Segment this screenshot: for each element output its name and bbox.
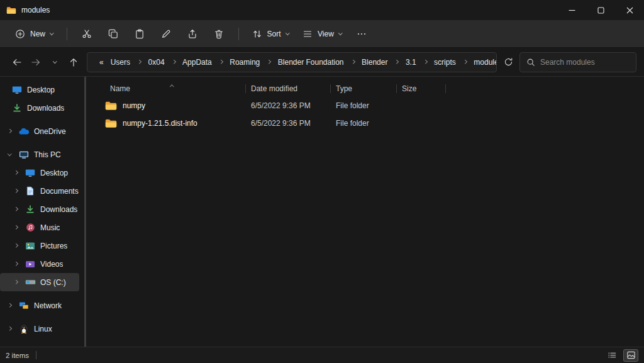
expand-chevron-icon[interactable] (11, 281, 20, 284)
breadcrumb-chevron-icon[interactable] (218, 60, 225, 64)
linux-penguin-icon (18, 324, 30, 334)
address-row: « Users 0x04 AppData Roaming Blender Fou… (0, 48, 644, 77)
file-list: Name Date modified Type Size numpy 6/5/2… (86, 77, 644, 347)
this-pc-icon (18, 150, 30, 160)
view-button[interactable]: View (296, 24, 348, 44)
sidebar-item-label: Downloads (40, 205, 77, 214)
chevron-down-icon (338, 31, 342, 35)
address-bar[interactable]: « Users 0x04 AppData Roaming Blender Fou… (87, 52, 497, 72)
folder-icon (105, 118, 117, 128)
expand-chevron-icon[interactable] (11, 244, 20, 247)
file-name-cell: numpy-1.21.5.dist-info (100, 118, 246, 128)
sort-button[interactable]: Sort (246, 24, 296, 44)
paste-button[interactable] (127, 24, 152, 44)
sidebar-item-linux[interactable]: Linux (0, 320, 84, 338)
body-area: Desktop Downloads OneDrive (0, 77, 644, 347)
breadcrumb-overflow[interactable]: « (98, 57, 105, 68)
maximize-button[interactable] (586, 0, 615, 20)
expand-chevron-icon[interactable] (5, 130, 14, 133)
column-header-date-modified[interactable]: Date modified (246, 81, 331, 97)
search-input[interactable] (540, 58, 630, 67)
breadcrumb-segment[interactable]: AppData (181, 57, 213, 68)
breadcrumb-chevron-icon[interactable] (350, 60, 357, 64)
sidebar-item-label: OneDrive (34, 127, 66, 136)
sidebar-item-label: Downloads (27, 104, 64, 113)
delete-button[interactable] (206, 24, 231, 44)
expand-chevron-icon[interactable] (11, 208, 20, 211)
forward-button[interactable] (26, 53, 45, 72)
arrow-up-icon (69, 57, 79, 67)
minimize-button[interactable] (557, 0, 586, 20)
minimize-icon (569, 7, 575, 14)
onedrive-cloud-icon (18, 128, 30, 135)
back-button[interactable] (8, 53, 26, 72)
breadcrumb-segment[interactable]: Blender Foundation (277, 57, 345, 68)
sidebar-item-this-pc[interactable]: This PC (0, 145, 84, 164)
breadcrumb-chevron-icon[interactable] (462, 60, 469, 64)
close-button[interactable] (615, 0, 644, 20)
up-button[interactable] (64, 53, 83, 72)
breadcrumb-chevron-icon[interactable] (422, 60, 429, 64)
breadcrumb-chevron-icon[interactable] (393, 60, 400, 64)
sidebar-item-onedrive[interactable]: OneDrive (0, 122, 84, 140)
rename-button[interactable] (153, 24, 179, 44)
sidebar-item-music[interactable]: Music (0, 218, 84, 237)
expand-chevron-icon[interactable] (11, 171, 20, 174)
window-controls (557, 0, 644, 20)
sidebar-item-documents[interactable]: Documents (0, 182, 84, 200)
column-header-name[interactable]: Name (100, 81, 246, 97)
ellipsis-icon (357, 29, 367, 39)
expand-chevron-icon[interactable] (11, 262, 20, 265)
copy-button[interactable] (101, 24, 126, 44)
breadcrumb-segment[interactable]: 3.1 (404, 57, 418, 68)
expand-chevron-icon[interactable] (5, 327, 14, 330)
sidebar-item-label: Network (34, 301, 62, 310)
breadcrumb-segment[interactable]: scripts (433, 57, 457, 68)
sidebar-item-desktop-pinned[interactable]: Desktop (0, 81, 84, 99)
sidebar-item-downloads-pinned[interactable]: Downloads (0, 99, 84, 117)
downloads-icon (11, 103, 23, 113)
cut-button[interactable] (74, 24, 99, 44)
collapse-chevron-icon[interactable] (5, 154, 14, 155)
more-options-button[interactable] (349, 24, 374, 44)
breadcrumb-chevron-icon[interactable] (170, 60, 177, 64)
breadcrumb-chevron-icon[interactable] (136, 60, 143, 64)
expand-chevron-icon[interactable] (5, 304, 14, 307)
recent-locations-button[interactable] (45, 53, 64, 72)
breadcrumb-segment[interactable]: Users (109, 57, 131, 68)
arrow-left-icon (12, 57, 22, 67)
expand-chevron-icon[interactable] (11, 189, 20, 193)
breadcrumb-segment[interactable]: 0x04 (147, 57, 166, 68)
file-row[interactable]: numpy-1.21.5.dist-info 6/5/2022 9:36 PM … (100, 114, 644, 132)
share-button[interactable] (180, 24, 205, 44)
sidebar-item-videos[interactable]: Videos (0, 255, 84, 273)
search-icon (526, 58, 535, 67)
thumbnails-view-button[interactable] (623, 349, 638, 362)
command-bar: New (0, 20, 644, 48)
refresh-button[interactable] (498, 53, 518, 72)
column-header-size[interactable]: Size (397, 81, 446, 97)
sidebar-item-pictures[interactable]: Pictures (0, 237, 84, 255)
new-button[interactable]: New (9, 24, 60, 44)
sidebar-item-label: Music (40, 223, 60, 232)
breadcrumb-segment[interactable]: Blender (360, 57, 389, 68)
expand-chevron-icon[interactable] (11, 226, 20, 229)
file-row[interactable]: numpy 6/5/2022 9:36 PM File folder (100, 97, 644, 114)
sidebar-item-network[interactable]: Network (0, 296, 84, 315)
scissors-icon (82, 29, 92, 39)
file-type-cell: File folder (331, 101, 397, 110)
details-view-button[interactable] (604, 349, 619, 362)
share-icon (187, 29, 197, 39)
breadcrumb-segment[interactable]: Roaming (228, 57, 261, 68)
breadcrumb-segment[interactable]: modules (472, 57, 497, 68)
drive-windows-icon (25, 278, 36, 286)
status-divider (36, 351, 36, 359)
sidebar-item-label: OS (C:) (40, 278, 66, 287)
network-icon (18, 301, 30, 310)
column-header-type[interactable]: Type (331, 81, 397, 97)
sidebar-item-os-c[interactable]: OS (C:) (0, 273, 79, 291)
file-name-cell: numpy (100, 101, 246, 111)
breadcrumb-chevron-icon[interactable] (265, 60, 272, 64)
sidebar-item-desktop[interactable]: Desktop (0, 164, 84, 182)
sidebar-item-downloads[interactable]: Downloads (0, 200, 84, 218)
